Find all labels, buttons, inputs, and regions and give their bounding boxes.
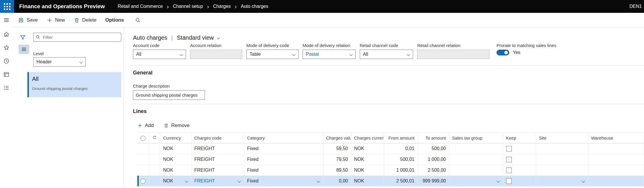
mode-of-delivery-relation-select[interactable]: Postal	[303, 50, 356, 59]
cell-charges-code[interactable]: FREIGHT	[191, 143, 244, 154]
column-header-charges-code[interactable]: Charges code	[191, 133, 244, 143]
list-view-toggle-button[interactable]	[19, 45, 29, 54]
mode-of-delivery-code-select[interactable]: Table	[246, 50, 299, 59]
cell-from-amount[interactable]: 1 000,01	[384, 165, 417, 176]
breadcrumb-item-channel-setup[interactable]: Channel setup	[172, 4, 204, 9]
column-header-charges-value[interactable]: Charges value	[323, 133, 351, 143]
recent-button[interactable]	[0, 54, 13, 68]
options-button[interactable]: Options	[105, 17, 124, 23]
cell-sales-tax-group[interactable]	[449, 165, 503, 176]
prorate-toggle[interactable]	[496, 50, 509, 55]
cell-site[interactable]	[536, 143, 588, 154]
cell-currency[interactable]: NOK	[160, 154, 191, 165]
account-code-select[interactable]: All	[133, 50, 186, 59]
cell-keep[interactable]	[503, 143, 536, 154]
column-header-warehouse[interactable]: Warehouse	[588, 133, 644, 143]
cell-to-amount[interactable]: 1 000,00	[417, 154, 449, 165]
column-header-from-amount[interactable]: From amount	[384, 133, 417, 143]
favorites-button[interactable]	[0, 41, 13, 54]
column-header-category[interactable]: Category	[244, 133, 323, 143]
cell-charges-value[interactable]: 59,50	[323, 143, 351, 154]
cell-from-amount[interactable]: 0,01	[384, 143, 417, 154]
cell-site[interactable]	[536, 154, 588, 165]
save-button[interactable]: Save	[18, 17, 38, 23]
command-search-button[interactable]	[135, 17, 141, 23]
column-header-sales-tax-group[interactable]: Sales tax group	[449, 133, 503, 143]
add-line-button[interactable]: Add	[137, 123, 154, 128]
hamburger-menu-button[interactable]	[0, 13, 13, 27]
keep-checkbox[interactable]	[506, 178, 512, 184]
cell-charges-code[interactable]: FREIGHT	[191, 165, 244, 176]
retail-channel-code-select[interactable]: All	[360, 50, 413, 59]
cell-sales-tax-group[interactable]	[449, 154, 503, 165]
list-item-all[interactable]: All Ground shipping postal charges	[27, 72, 121, 97]
cell-currency[interactable]: NOK	[160, 143, 191, 154]
row-select-cell[interactable]	[137, 176, 149, 187]
remove-line-button[interactable]: Remove	[164, 123, 189, 128]
cell-keep[interactable]	[503, 154, 536, 165]
cell-site[interactable]	[536, 165, 588, 176]
cell-charges-value[interactable]: 0,00	[323, 176, 351, 187]
cell-category[interactable]: Fixed	[244, 176, 323, 187]
cell-to-amount[interactable]: 999 999,00	[417, 176, 449, 187]
column-header-site[interactable]: Site	[536, 133, 588, 143]
breadcrumb-item-charges[interactable]: Charges	[212, 4, 232, 9]
cell-warehouse[interactable]	[588, 165, 644, 176]
column-header-currency[interactable]: Currency	[160, 133, 191, 143]
table-row[interactable]: NOK FREIGHT Fixed 0,00 NOK 2 500,01 999 …	[137, 176, 644, 187]
cell-keep[interactable]	[503, 165, 536, 176]
keep-checkbox[interactable]	[506, 157, 512, 162]
cell-to-amount[interactable]: 2 500,00	[417, 165, 449, 176]
row-select-cell[interactable]	[137, 154, 149, 165]
charge-description-input[interactable]	[133, 90, 205, 100]
delete-button[interactable]: Delete	[74, 17, 96, 23]
lines-section-header[interactable]: Lines	[133, 108, 147, 114]
cell-charges-currency[interactable]: NOK	[351, 154, 384, 165]
column-header-to-amount[interactable]: To amount	[417, 133, 449, 143]
cell-currency[interactable]: NOK	[160, 176, 191, 187]
home-button[interactable]	[0, 27, 13, 41]
cell-keep[interactable]	[503, 176, 536, 187]
general-section-header[interactable]: General	[133, 70, 152, 76]
cell-currency[interactable]: NOK	[160, 165, 191, 176]
view-switcher[interactable]: Standard view	[177, 34, 220, 41]
cell-from-amount[interactable]: 500,01	[384, 154, 417, 165]
workspaces-button[interactable]	[0, 68, 13, 81]
table-row[interactable]: NOK FREIGHT Fixed 89,50 NOK 1 000,01 2 5…	[137, 165, 644, 176]
cell-charges-code[interactable]: FREIGHT	[191, 154, 244, 165]
cell-warehouse[interactable]	[588, 143, 644, 154]
row-select-cell[interactable]	[137, 165, 149, 176]
table-row[interactable]: NOK FREIGHT Fixed 59,50 NOK 0,01 500,00	[137, 143, 644, 154]
filter-input[interactable]	[33, 33, 121, 42]
table-row[interactable]: NOK FREIGHT Fixed 79,50 NOK 500,01 1 000…	[137, 154, 644, 165]
cell-warehouse[interactable]	[588, 154, 644, 165]
cell-sales-tax-group[interactable]	[449, 143, 503, 154]
keep-checkbox[interactable]	[506, 146, 512, 152]
cell-category[interactable]: Fixed	[244, 143, 323, 154]
cell-charges-currency[interactable]: NOK	[351, 143, 384, 154]
cell-sales-tax-group[interactable]	[449, 176, 503, 187]
cell-charges-value[interactable]: 89,50	[323, 165, 351, 176]
cell-category[interactable]: Fixed	[244, 165, 323, 176]
cell-charges-currency[interactable]: NOK	[351, 176, 384, 187]
row-select-cell[interactable]	[137, 143, 149, 154]
breadcrumb-item-retail-and-commerce[interactable]: Retail and Commerce	[117, 4, 164, 9]
breadcrumb-item-auto-charges[interactable]: Auto charges	[240, 4, 269, 9]
new-button[interactable]: New	[47, 17, 65, 23]
cell-warehouse[interactable]	[588, 176, 644, 187]
row-select-radio[interactable]	[141, 179, 145, 184]
cell-from-amount[interactable]: 2 500,01	[384, 176, 417, 187]
keep-checkbox[interactable]	[506, 168, 512, 173]
cell-charges-code[interactable]: FREIGHT	[191, 176, 244, 187]
cell-charges-currency[interactable]: NOK	[351, 165, 384, 176]
modules-button[interactable]	[0, 81, 13, 95]
column-header-charges-currency[interactable]: Charges curren...	[351, 133, 384, 143]
column-header-keep[interactable]: Keep	[503, 133, 536, 143]
level-select[interactable]: Header	[33, 57, 86, 67]
app-launcher-button[interactable]	[0, 0, 14, 13]
cell-to-amount[interactable]: 500,00	[417, 143, 449, 154]
cell-category[interactable]: Fixed	[244, 154, 323, 165]
cell-site[interactable]	[536, 176, 588, 187]
filter-button[interactable]	[19, 34, 27, 41]
cell-charges-value[interactable]: 79,50	[323, 154, 351, 165]
